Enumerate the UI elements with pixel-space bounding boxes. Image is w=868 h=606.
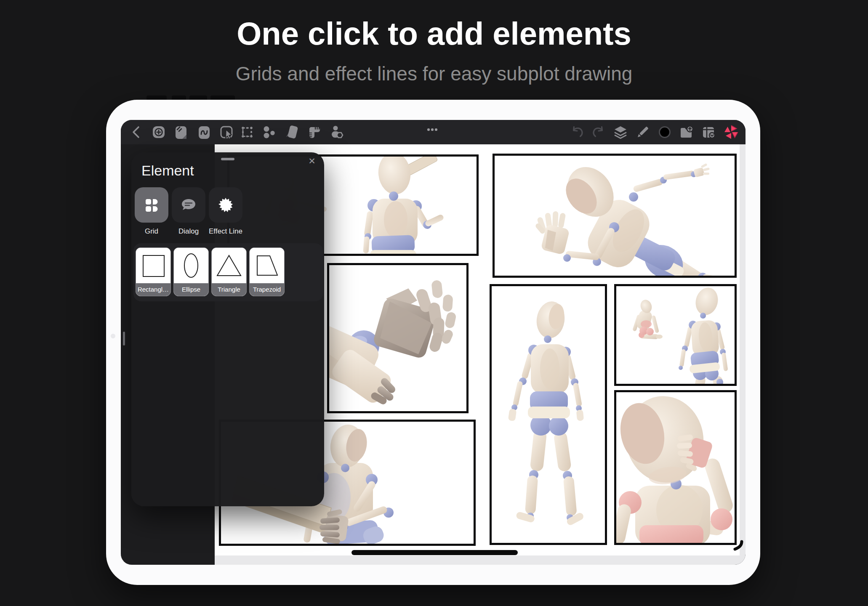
mannequin-figure [616,286,735,384]
mannequin-figure [492,286,605,543]
ipad-mockup: ✕ Element [106,100,760,585]
tab-effect-line[interactable] [209,187,242,223]
app-screen: ✕ Element [121,120,746,565]
ellipse-icon [174,248,208,283]
export-icon[interactable] [677,123,695,141]
app-toolbar [121,120,746,144]
shape-card-label: Ellipse [174,283,208,296]
curve-icon[interactable] [195,123,213,141]
rectangle-icon [136,248,170,283]
speech-bubble-icon [181,198,196,212]
shape-card-label: Rectangl… [136,283,170,296]
character-icon[interactable] [327,123,346,141]
more-ellipsis-icon[interactable] [423,123,442,141]
panel-face-closeup[interactable] [614,390,737,545]
trapezoid-icon [250,248,284,283]
shape-card-triangle[interactable]: Triangle [211,247,247,296]
page-subtitle: Grids and effect lines for easy subplot … [0,62,868,85]
redo-icon[interactable] [589,123,608,141]
mannequin-figure [616,392,735,543]
layers-icon[interactable] [611,123,630,141]
select-icon[interactable] [217,123,236,141]
pen-stroke-mark [729,539,746,556]
layout-options-icon[interactable] [699,123,718,141]
corner-ruler-icon[interactable] [305,123,324,141]
shape-card-ellipse[interactable]: Ellipse [173,247,209,296]
undo-icon[interactable] [568,123,586,141]
shape-card-label: Trapezoid [250,283,284,296]
canvas-scrollbar[interactable] [351,550,518,555]
element-panel-title: Element [141,162,194,179]
page-title: One click to add elements [0,15,868,52]
transform-icon[interactable] [238,123,256,141]
shape-card-label: Triangle [212,283,246,296]
app-logo-icon[interactable] [722,123,740,141]
grid-icon [145,198,158,212]
close-icon[interactable]: ✕ [306,155,318,167]
panel-drag-handle[interactable] [221,158,234,160]
element-panel: ✕ Element [131,152,324,506]
assets-icon[interactable] [260,123,279,141]
card-icon[interactable] [283,123,301,141]
color-well-icon[interactable] [655,123,674,141]
panel-leaping-mannequin[interactable] [493,154,737,278]
marketing-slide: One click to add elements Grids and effe… [0,0,868,606]
shape-card-trapezoid[interactable]: Trapezoid [249,247,285,296]
pencil-icon[interactable] [634,123,652,141]
hands-figure [329,265,466,411]
starburst-icon [218,198,233,212]
panel-hands-closeup[interactable] [327,263,469,413]
add-icon[interactable] [149,123,168,141]
triangle-icon [212,248,246,283]
tab-effect-line-label: Effect Line [202,227,249,236]
pages-icon[interactable] [172,123,190,141]
panel-walking-mannequin[interactable] [490,284,607,545]
panel-kneeling-standing[interactable] [614,284,737,386]
tab-dialog[interactable] [172,187,205,223]
tab-grid[interactable] [135,187,168,223]
mannequin-figure [495,156,735,276]
dock-drag-handle[interactable] [123,332,125,346]
front-camera [111,334,115,338]
shape-card-rectangle[interactable]: Rectangl… [136,247,171,296]
back-icon[interactable] [127,123,146,141]
big-hand [535,211,570,255]
